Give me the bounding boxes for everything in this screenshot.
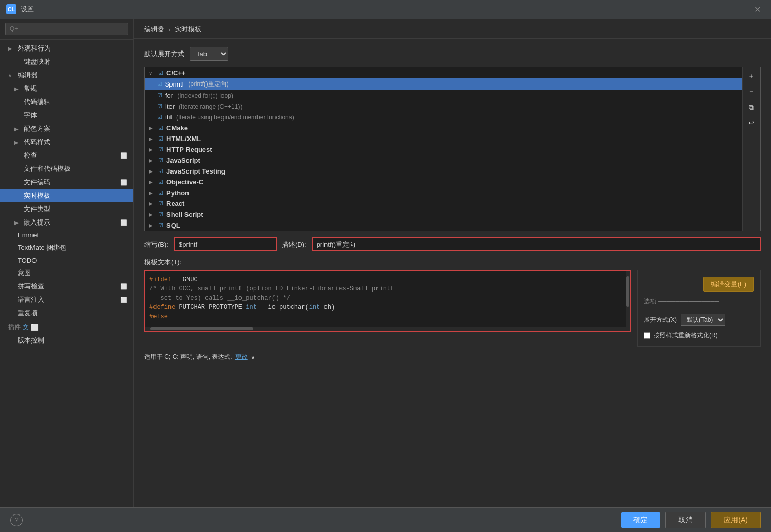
template-editor[interactable]: #ifdef __GNUC__ /* With GCC, small print… [144, 270, 631, 332]
close-button[interactable]: ✕ [750, 3, 765, 16]
sidebar-item-file-template[interactable]: 文件和代码模板 [0, 162, 133, 176]
tree-item-sub: (Iterate using begin/end member function… [176, 114, 294, 121]
sidebar-item-textmate[interactable]: TextMate 捆绑包 [0, 241, 133, 254]
tree-item-for[interactable]: ☑ for (Indexed for(;;) loop) [145, 90, 742, 101]
sidebar-item-editor[interactable]: ∨ 编辑器 [0, 68, 133, 82]
template-vscrollbar[interactable] [626, 271, 630, 331]
plugin-label: 插件 [8, 323, 21, 332]
change-link[interactable]: 更改 [235, 353, 248, 362]
tree-item-label: iter [165, 102, 175, 110]
window-title: 设置 [21, 5, 750, 14]
breadcrumb-part1: 编辑器 [144, 25, 164, 34]
bottom-bar: ? 确定 取消 应用(A) [0, 507, 771, 532]
tree-item-sql[interactable]: ▶ ☑ SQL [145, 220, 742, 231]
sidebar-item-code-style[interactable]: ▶ 代码样式 [0, 135, 133, 149]
sidebar-item-code-edit[interactable]: 代码编辑 [0, 95, 133, 109]
plugin-icon: 文 [23, 323, 29, 332]
tree-item-react[interactable]: ▶ ☑ React [145, 198, 742, 209]
code-line-3: set to Yes) calls __io_putchar() */ [149, 294, 626, 303]
sidebar-item-repeat[interactable]: 重复项 [0, 306, 133, 320]
checkbox-icon: ☑ [158, 146, 163, 153]
confirm-button[interactable]: 确定 [621, 512, 660, 528]
edit-variables-button[interactable]: 编辑变量(E) [703, 277, 754, 292]
checkbox-icon: ☑ [158, 211, 163, 218]
sidebar-item-font[interactable]: 字体 [0, 109, 133, 122]
tree-item-shell[interactable]: ▶ ☑ Shell Script [145, 209, 742, 220]
remove-button[interactable]: － [745, 85, 758, 98]
hscrollbar-thumb [150, 327, 253, 330]
sidebar-item-label: 文件和代码模板 [24, 164, 71, 174]
change-arrow: ∨ [251, 354, 255, 361]
sidebar-item-file-encode[interactable]: 文件编码 ⬜ [0, 176, 133, 189]
tree-item-js[interactable]: ▶ ☑ JavaScript [145, 155, 742, 166]
tree-item-itit[interactable]: ☑ itit (Iterate using begin/end member f… [145, 112, 742, 123]
cancel-button[interactable]: 取消 [665, 512, 706, 528]
sidebar-item-label: 键盘映射 [24, 57, 50, 66]
sidebar-item-label: 配色方案 [24, 124, 50, 133]
tree-item-jst[interactable]: ▶ ☑ JavaScript Testing [145, 166, 742, 177]
tree-item-cpp[interactable]: ∨ ☑ C/C++ [145, 67, 742, 78]
sidebar-item-live-template[interactable]: 实时模板 [0, 189, 133, 202]
sidebar-item-keymap[interactable]: 键盘映射 [0, 55, 133, 68]
desc-input[interactable] [312, 237, 761, 251]
sidebar-item-appearance[interactable]: ▶ 外观和行为 [0, 42, 133, 55]
sidebar-item-general[interactable]: ▶ 常规 [0, 82, 133, 95]
tree-item-objc[interactable]: ▶ ☑ Objective-C [145, 177, 742, 187]
checkbox-icon: ☑ [157, 81, 162, 88]
sidebar-item-inspection[interactable]: 检查 ⬜ [0, 149, 133, 162]
template-section: 模板文本(T): #ifdef __GNUC__ /* With GCC, sm… [144, 258, 761, 347]
sidebar-item-file-type[interactable]: 文件类型 [0, 202, 133, 216]
checkbox-icon: ☑ [158, 125, 163, 131]
sidebar-item-color-scheme[interactable]: ▶ 配色方案 [0, 122, 133, 135]
tree-item-label: HTTP Request [166, 146, 212, 153]
reset-button[interactable]: ↩ [745, 116, 758, 129]
sidebar-item-version-control[interactable]: 版本控制 [0, 334, 133, 347]
tree-item-iter[interactable]: ☑ iter (Iterate range (C++11)) [145, 101, 742, 112]
sidebar-item-intention[interactable]: 意图 [0, 266, 133, 280]
apply-button[interactable]: 应用(A) [711, 512, 761, 528]
tree-item-cmake[interactable]: ▶ ☑ CMake [145, 123, 742, 133]
copy-button[interactable]: ⧉ [745, 100, 758, 114]
sidebar-item-emmet[interactable]: Emmet [0, 229, 133, 241]
checkbox-icon: ☑ [158, 157, 163, 164]
tree-item-label: Objective-C [166, 178, 203, 186]
expand-icon: ▶ [149, 201, 156, 207]
encode-icon: ⬜ [120, 179, 127, 186]
add-button[interactable]: ＋ [745, 70, 758, 83]
help-button[interactable]: ? [10, 514, 23, 526]
sidebar-item-label: 代码编辑 [24, 97, 50, 107]
sidebar-item-spell[interactable]: 拼写检查 ⬜ [0, 280, 133, 293]
tree-item-printf[interactable]: ☑ $printf (printf()重定向) [145, 78, 742, 90]
sidebar-item-label: 字体 [24, 111, 37, 120]
tree-scroll-area[interactable]: ∨ ☑ C/C++ ☑ $printf (printf()重定向) [145, 67, 742, 231]
tree-item-label: for [165, 92, 173, 99]
abbrev-input[interactable] [174, 237, 277, 251]
breadcrumb-part2: 实时模板 [175, 25, 201, 34]
expand-select[interactable]: Tab Enter Space [190, 47, 228, 61]
tree-item-label: CMake [166, 124, 188, 132]
sidebar-item-label: 外观和行为 [18, 44, 51, 53]
options-expand-select[interactable]: 默认(Tab) Tab Enter Space [681, 314, 725, 326]
expand-icon: ▶ [149, 125, 156, 131]
sidebar-scroll[interactable]: ▶ 外观和行为 键盘映射 ∨ 编辑器 ▶ 常规 [0, 40, 133, 507]
template-row: #ifdef __GNUC__ /* With GCC, small print… [144, 270, 761, 347]
search-input[interactable] [5, 23, 128, 35]
reformat-checkbox[interactable] [644, 332, 650, 339]
template-hscrollbar[interactable] [145, 327, 626, 331]
right-panel: 编辑器 › 实时模板 默认展开方式 Tab Enter Space [134, 19, 771, 507]
tree-item-python[interactable]: ▶ ☑ Python [145, 187, 742, 198]
tree-item-label: JavaScript Testing [166, 167, 226, 175]
tree-item-html[interactable]: ▶ ☑ HTML/XML [145, 133, 742, 144]
sidebar-item-lang-inject[interactable]: 语言注入 ⬜ [0, 293, 133, 306]
expand-row: 展开方式(X) 默认(Tab) Tab Enter Space [644, 314, 754, 326]
plugin-section: 插件 文 ⬜ [0, 320, 133, 334]
sidebar-item-todo[interactable]: TODO [0, 254, 133, 266]
main-content: ▶ 外观和行为 键盘映射 ∨ 编辑器 ▶ 常规 [0, 19, 771, 507]
sidebar-item-label: 实时模板 [24, 191, 50, 200]
tree-item-http[interactable]: ▶ ☑ HTTP Request [145, 144, 742, 155]
sidebar-item-label: 检查 [24, 151, 37, 160]
reformat-label: 按照样式重新格式化(R) [654, 331, 718, 340]
sidebar-item-emmet-hint[interactable]: ▶ 嵌入提示 ⬜ [0, 216, 133, 229]
sidebar-item-label: 拼写检查 [18, 282, 44, 291]
sidebar-item-label: 编辑器 [18, 71, 38, 80]
